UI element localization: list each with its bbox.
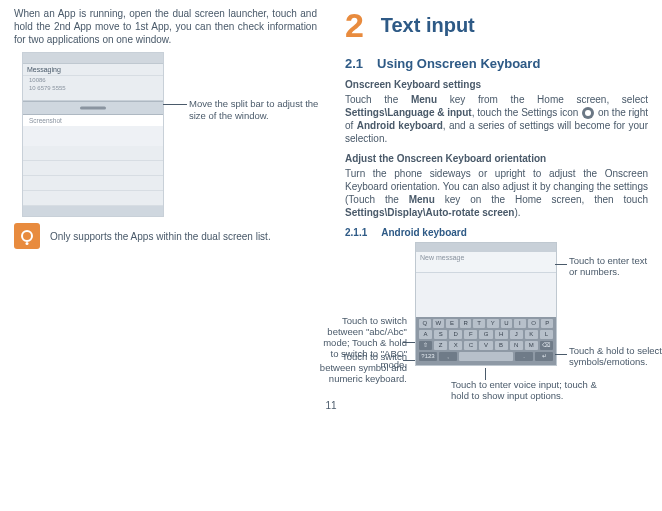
keyboard-figure: New message QWERTYUIOP ASDFGHJKL ⇧ZXCVBN… bbox=[415, 242, 648, 388]
keyboard-screenshot: New message QWERTYUIOP ASDFGHJKL ⇧ZXCVBN… bbox=[415, 242, 557, 366]
intro-text: When an App is running, open the dual sc… bbox=[14, 8, 317, 46]
kb-new-message: New message bbox=[416, 252, 556, 273]
heading-orientation: Adjust the Onscreen Keyboard orientation bbox=[345, 153, 648, 164]
note-text: Only supports the Apps within the dual s… bbox=[50, 231, 271, 242]
para-orientation: Turn the phone sideways or upright to ad… bbox=[345, 167, 648, 219]
shot-line1: 10086 bbox=[23, 76, 163, 84]
callout-enter-text: Touch to enter text or numbers. bbox=[569, 256, 655, 278]
shot-header: Messaging bbox=[23, 64, 163, 76]
chapter-header: 2 Text input bbox=[345, 8, 648, 42]
heading-keyboard-settings: Onscreen Keyboard settings bbox=[345, 79, 648, 90]
split-callout: Move the split bar to adjust the size of… bbox=[189, 98, 319, 121]
dual-screen-screenshot: Messaging 10086 10 6579 5555 Move the sp… bbox=[22, 52, 164, 217]
shot-line2: 10 6579 5555 bbox=[23, 84, 163, 92]
section-2-1-1: 2.1.1Android keyboard bbox=[345, 227, 648, 238]
section-2-1: 2.1Using Onscreen Keyboard bbox=[345, 56, 648, 71]
shot-popup: Screenshot bbox=[23, 115, 163, 126]
callout-voice: Touch to enter voice input; touch & hold… bbox=[451, 380, 613, 402]
note-icon bbox=[14, 223, 40, 249]
chapter-title: Text input bbox=[381, 14, 475, 37]
callout-symbols: Touch & hold to select symbols/emotions. bbox=[569, 346, 662, 368]
chapter-number: 2 bbox=[345, 8, 364, 42]
para-keyboard-settings: Touch the Menu key from the Home screen,… bbox=[345, 93, 648, 145]
callout-switch-symbol: Touch to switch between symbol and numer… bbox=[319, 352, 407, 385]
gear-icon bbox=[582, 107, 594, 119]
split-bar: Move the split bar to adjust the size of… bbox=[23, 101, 163, 115]
